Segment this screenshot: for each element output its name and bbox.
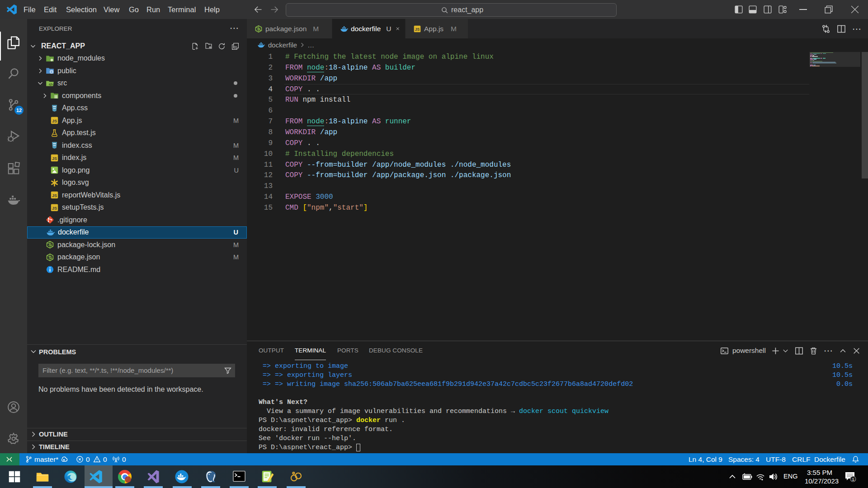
- svg-text:JS: JS: [48, 243, 52, 246]
- svg-text:JS: JS: [415, 27, 420, 32]
- svg-text:JS: JS: [257, 27, 260, 30]
- svg-text:JS: JS: [52, 156, 57, 160]
- svg-text:JS: JS: [48, 256, 52, 259]
- svg-text:1: 1: [852, 477, 854, 482]
- svg-text:JS: JS: [52, 119, 57, 123]
- svg-text:JS: JS: [52, 206, 57, 210]
- svg-text:JS: JS: [52, 193, 57, 198]
